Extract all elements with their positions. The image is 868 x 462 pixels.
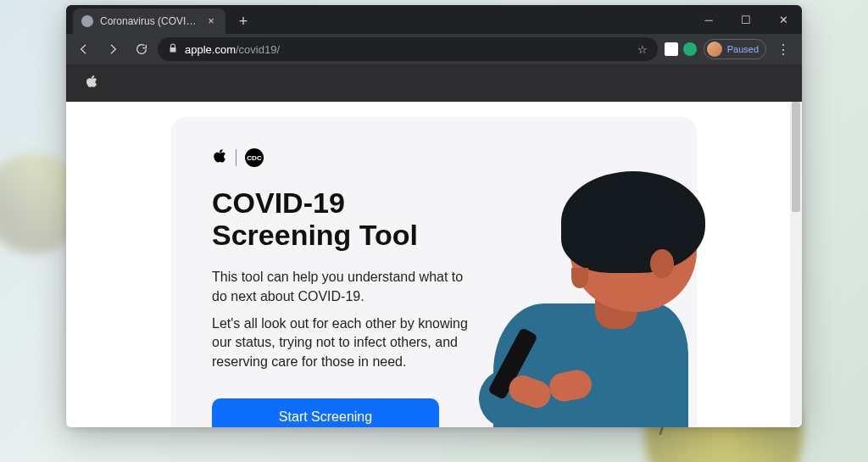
browser-menu-button[interactable]: ⋮ [770, 42, 797, 58]
profile-status-label: Paused [727, 44, 759, 54]
window-close-button[interactable]: ✕ [765, 5, 802, 34]
back-button[interactable] [71, 36, 97, 62]
apple-logo-icon[interactable] [85, 74, 98, 92]
chrome-window: Coronavirus (COVID-19) - Apple × + ─ ☐ ✕… [66, 5, 802, 427]
tab-close-icon[interactable]: × [205, 15, 217, 27]
window-minimize-button[interactable]: ─ [690, 5, 727, 34]
avatar [707, 42, 722, 57]
scrollbar-thumb[interactable] [792, 102, 800, 212]
tab-strip: Coronavirus (COVID-19) - Apple × + ─ ☐ ✕ [66, 5, 802, 34]
cdc-logo-icon: CDC [245, 148, 264, 167]
tab-title: Coronavirus (COVID-19) - Apple [100, 15, 198, 27]
page-title: COVID-19 Screening Tool [212, 186, 466, 251]
bookmark-star-icon[interactable]: ☆ [637, 43, 648, 56]
reload-button[interactable] [129, 36, 154, 62]
address-bar[interactable]: apple.com/covid19/ ☆ [158, 37, 658, 61]
apple-logo-icon [212, 148, 227, 168]
url-domain: apple.com [185, 43, 236, 56]
apple-global-nav[interactable] [66, 64, 802, 102]
extension-icons [665, 42, 697, 56]
start-screening-button[interactable]: Start Screening [212, 398, 439, 427]
forward-button[interactable] [100, 36, 125, 62]
logo-divider [236, 149, 236, 166]
new-tab-button[interactable]: + [232, 10, 254, 32]
lock-icon [168, 43, 178, 56]
screening-card: CDC COVID-19 Screening Tool This tool ca… [171, 117, 697, 427]
tab-favicon [81, 15, 93, 27]
browser-tab[interactable]: Coronavirus (COVID-19) - Apple × [73, 8, 225, 34]
person-with-phone-illustration [468, 176, 705, 427]
card-logos: CDC [212, 148, 656, 168]
url-text: apple.com/covid19/ [185, 43, 280, 56]
page-viewport: CDC COVID-19 Screening Tool This tool ca… [66, 64, 802, 427]
browser-toolbar: apple.com/covid19/ ☆ Paused ⋮ [66, 34, 802, 64]
extension-icon[interactable] [665, 42, 678, 56]
intro-paragraph: Let's all look out for each other by kno… [212, 314, 475, 371]
url-path: /covid19/ [236, 43, 280, 56]
window-controls: ─ ☐ ✕ [690, 5, 802, 34]
extension-icon[interactable] [683, 42, 697, 56]
profile-chip[interactable]: Paused [704, 39, 766, 59]
window-maximize-button[interactable]: ☐ [727, 5, 765, 34]
intro-paragraph: This tool can help you understand what t… [212, 268, 475, 306]
vertical-scrollbar[interactable] [790, 102, 802, 427]
